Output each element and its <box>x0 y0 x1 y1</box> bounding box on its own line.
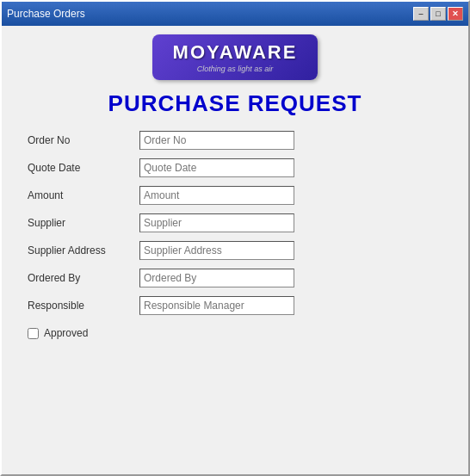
window-title: Purchase Orders <box>7 8 85 20</box>
title-bar-buttons: – □ ✕ <box>413 7 463 21</box>
label-supplier-input: Supplier <box>19 217 139 229</box>
label-order-no-input: Order No <box>19 134 139 146</box>
logo-title: MOYAWARE <box>173 41 298 64</box>
ordered-by-input[interactable] <box>139 269 294 287</box>
minimize-button[interactable]: – <box>413 7 429 21</box>
quote-date-input[interactable] <box>139 158 294 177</box>
label-ordered-by-input: Ordered By <box>19 272 139 284</box>
label-responsible-input: Responsible <box>19 300 139 312</box>
logo-subtitle: Clothing as light as air <box>173 65 298 73</box>
form-row-1: Quote Date <box>19 158 451 177</box>
title-bar: Purchase Orders – □ ✕ <box>2 2 468 26</box>
form-row-5: Ordered By <box>19 269 451 287</box>
form-row-3: Supplier <box>19 213 451 232</box>
logo-container: MOYAWARE Clothing as light as air <box>152 34 318 80</box>
approved-row: Approved <box>19 327 451 339</box>
form-row-2: Amount <box>19 186 451 205</box>
label-supplier-address-input: Supplier Address <box>19 244 139 257</box>
label-amount-input: Amount <box>19 189 139 201</box>
label-quote-date-input: Quote Date <box>19 162 139 174</box>
amount-input[interactable] <box>139 186 294 205</box>
form-container: Order NoQuote DateAmountSupplierSupplier… <box>19 131 451 339</box>
supplier-input[interactable] <box>139 213 294 232</box>
form-row-0: Order No <box>19 131 451 150</box>
close-button[interactable]: ✕ <box>448 7 463 21</box>
window-content: MOYAWARE Clothing as light as air PURCHA… <box>2 26 468 474</box>
page-title: PURCHASE REQUEST <box>108 90 362 117</box>
approved-label: Approved <box>44 327 88 339</box>
approved-checkbox[interactable] <box>28 328 39 339</box>
responsible-input[interactable] <box>139 296 294 315</box>
title-bar-left: Purchase Orders <box>7 8 85 20</box>
form-row-4: Supplier Address <box>19 241 451 260</box>
order-no-input[interactable] <box>139 131 294 150</box>
main-window: Purchase Orders – □ ✕ MOYAWARE Clothing … <box>0 0 470 476</box>
supplier-address-input[interactable] <box>139 241 294 260</box>
company-logo: MOYAWARE Clothing as light as air <box>152 34 318 80</box>
maximize-button[interactable]: □ <box>430 7 446 21</box>
form-row-6: Responsible <box>19 296 451 315</box>
